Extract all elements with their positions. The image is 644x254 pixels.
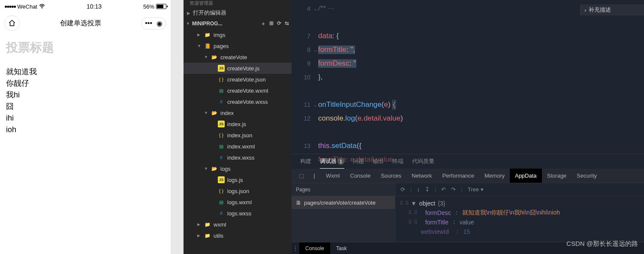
code-content[interactable]: /** ···data: { formTitle: '', formDesc: … — [318, 0, 644, 154]
appdata-toolbar: ⟳ | ↕ ↧ | ↶ ↷ | Tree ▾ — [395, 183, 644, 196]
tree-item-createVote.js[interactable]: JScreateVote.js — [184, 63, 292, 74]
battery-icon — [156, 4, 166, 9]
tree-mode[interactable]: Tree ▾ — [468, 186, 484, 193]
panel-tab-调试器[interactable]: 调试器1 — [320, 157, 344, 165]
pages-header: Pages — [292, 183, 395, 196]
devtools-tab-Console[interactable]: Console — [345, 169, 376, 183]
tree-item-pages[interactable]: ▼📙pages — [184, 40, 292, 51]
status-bar: ●●●●● WeChat 10:13 56% — [0, 0, 171, 13]
tree-item-logs.js[interactable]: JSlogs.js — [184, 174, 292, 185]
appdata-column: ⟳ | ↕ ↧ | ↶ ↷ | Tree ▾ ⠿ ⠿ ▼ object — [395, 183, 644, 242]
collapse-icon[interactable]: ↧ — [425, 186, 430, 193]
inspect-icon[interactable]: ⬚ — [295, 172, 308, 179]
tree-item-label: pages — [214, 43, 229, 49]
tree-item-logs.json[interactable]: { }logs.json — [184, 185, 292, 197]
folder-open-icon: 📂 — [211, 54, 218, 60]
pages-icon: 📙 — [204, 42, 211, 49]
tree-item-imgs[interactable]: ▶📁imgs — [184, 29, 292, 40]
panel-tab-构建[interactable]: 构建 — [300, 157, 311, 165]
devtools-tab-Security[interactable]: Security — [572, 169, 602, 183]
tree-item-label: index — [220, 110, 234, 116]
panel-tab-代码质量[interactable]: 代码质量 — [412, 157, 434, 165]
panel-tab-终端[interactable]: 终端 — [392, 157, 403, 165]
chevron-down-icon: ▼ — [186, 21, 190, 26]
new-file-icon[interactable]: ＋ — [261, 20, 266, 27]
vote-desc-input[interactable]: 就知道我 你靓仔 我hi 囧 ihi ioh — [6, 66, 165, 136]
expand-icon[interactable]: ↕ — [417, 186, 420, 193]
formdesc-key: formDesc — [425, 209, 451, 216]
tree-item-utils[interactable]: ▶📁utils — [184, 230, 292, 241]
open-editors-section[interactable]: ▶ 打开的编辑器 — [184, 8, 292, 18]
time-label: 10:13 — [45, 3, 143, 10]
task-tab[interactable]: Task — [330, 242, 353, 254]
drag-handle-icon[interactable]: ⠿ — [408, 219, 411, 225]
tree-item-label: createVote.wxml — [227, 88, 268, 94]
devtools-tab-Sources[interactable]: Sources — [376, 169, 406, 183]
home-button[interactable] — [4, 15, 20, 31]
divider — [171, 0, 184, 254]
panel-tab-输出[interactable]: 输出 — [373, 157, 384, 165]
devtools-tab-Network[interactable]: Network — [406, 169, 437, 183]
folder-icon: 📁 — [204, 31, 211, 38]
wxml-icon: ▤ — [218, 87, 225, 94]
devtools-tab-Wxml[interactable]: Wxml — [321, 169, 345, 183]
tree-item-logs.wxml[interactable]: ▤logs.wxml — [184, 197, 292, 208]
tree-item-index[interactable]: ▼📂index — [184, 107, 292, 118]
tree-item-label: logs.wxss — [227, 210, 251, 217]
project-root[interactable]: ▼ MINIPROG... ＋ ⊞ ⟳ ⇆ — [184, 18, 292, 29]
formtitle-value: value — [460, 219, 474, 226]
console-bar: ⋮ Console Task — [292, 242, 644, 254]
tree-item-logs.wxss[interactable]: #logs.wxss — [184, 208, 292, 219]
tree-item-label: imgs — [214, 32, 225, 38]
undo-icon[interactable]: ↶ — [441, 186, 446, 193]
tree-item-createVote.json[interactable]: { }createVote.json — [184, 74, 292, 85]
tree-item-index.wxml[interactable]: ▤index.wxml — [184, 141, 292, 152]
tree-item-createVote.wxml[interactable]: ▤createVote.wxml — [184, 85, 292, 96]
tree-item-index.wxss[interactable]: #index.wxss — [184, 152, 292, 163]
appdata-tree[interactable]: ⠿ ⠿ ▼ object {3} ⠿ ⠿ formDesc ： 就知道我\n你靓… — [395, 196, 644, 242]
pages-column: Pages 🗎 pages/createVote/createVote — [292, 183, 395, 242]
file-explorer: 资源管理器 ▶ 打开的编辑器 ▼ MINIPROG... ＋ ⊞ ⟳ ⇆ ▶📁i… — [184, 0, 292, 254]
object-count: {3} — [438, 200, 445, 207]
capsule-menu[interactable]: ••• ◉ — [141, 17, 166, 30]
collapse-icon[interactable]: ⇆ — [285, 20, 289, 27]
redo-icon[interactable]: ↷ — [451, 186, 456, 193]
drag-handle-icon[interactable]: ⠿ — [414, 210, 417, 216]
tree-item-createVote[interactable]: ▼📂createVote — [184, 51, 292, 63]
open-editors-label: 打开的编辑器 — [193, 9, 226, 17]
console-tab[interactable]: Console — [299, 242, 330, 254]
tree-item-label: index.js — [227, 121, 246, 127]
devtools-tab-Storage[interactable]: Storage — [542, 169, 572, 183]
wifi-icon — [39, 4, 45, 9]
devtools-tab-Memory[interactable]: Memory — [479, 169, 510, 183]
drag-handle-icon[interactable]: ⠿ — [408, 210, 411, 216]
tree-item-wxml[interactable]: ▶📁wxml — [184, 219, 292, 230]
menu-icon[interactable]: ⋮ — [292, 245, 299, 251]
tree-item-label: createVote.wxss — [227, 99, 268, 105]
refresh-icon[interactable]: ⟳ — [277, 20, 281, 27]
code-editor[interactable]: 4⌄78⌄91011⌄1213 /** ···data: { formTitle… — [292, 0, 644, 154]
vote-title-input[interactable]: 投票标题 — [6, 39, 165, 56]
js-icon: JS — [218, 176, 225, 183]
refresh-icon[interactable]: ⟳ — [400, 186, 405, 193]
folder-icon: 📁 — [204, 232, 211, 239]
tree-item-label: createVote — [220, 54, 247, 60]
tree-item-label: index.json — [227, 132, 253, 139]
tree-item-createVote.wxss[interactable]: #createVote.wxss — [184, 96, 292, 107]
page-path: pages/createVote/createVote — [304, 200, 376, 206]
drag-handle-icon[interactable]: ⠿ — [400, 200, 403, 206]
tree-item-index.json[interactable]: { }index.json — [184, 130, 292, 141]
more-icon: ••• — [145, 19, 152, 27]
drag-handle-icon[interactable]: ⠿ — [414, 219, 417, 225]
tree-item-index.js[interactable]: JSindex.js — [184, 118, 292, 130]
new-folder-icon[interactable]: ⊞ — [269, 20, 274, 27]
tree-item-logs[interactable]: ▼📂logs — [184, 163, 292, 174]
devtools-tab-AppData[interactable]: AppData — [510, 169, 542, 183]
folder-icon: 📁 — [204, 221, 211, 228]
wxml-icon: ▤ — [218, 199, 225, 206]
page-item[interactable]: 🗎 pages/createVote/createVote — [292, 196, 395, 209]
drag-handle-icon[interactable]: ⠿ — [405, 200, 408, 206]
devtools-tab-Performance[interactable]: Performance — [437, 169, 479, 183]
panel-tab-问题[interactable]: 问题 — [353, 157, 364, 165]
tree-item-label: createVote.js — [227, 65, 259, 72]
